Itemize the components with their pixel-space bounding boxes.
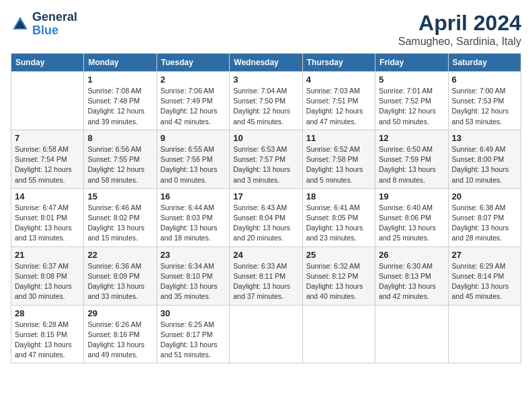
day-info: Sunrise: 6:33 AMSunset: 8:11 PMDaylight:… bbox=[233, 261, 298, 302]
calendar-cell: 2Sunrise: 7:06 AMSunset: 7:49 PMDaylight… bbox=[157, 72, 229, 130]
day-info: Sunrise: 6:38 AMSunset: 8:07 PMDaylight:… bbox=[452, 203, 517, 244]
calendar-cell: 3Sunrise: 7:04 AMSunset: 7:50 PMDaylight… bbox=[230, 72, 302, 130]
day-number: 23 bbox=[161, 250, 226, 260]
calendar-cell: 28Sunrise: 6:28 AMSunset: 8:15 PMDayligh… bbox=[11, 305, 84, 363]
day-info: Sunrise: 7:08 AMSunset: 7:48 PMDaylight:… bbox=[87, 86, 152, 127]
day-info: Sunrise: 6:29 AMSunset: 8:14 PMDaylight:… bbox=[452, 261, 517, 302]
page-header: General Blue April 2024 Samugheo, Sardin… bbox=[11, 11, 521, 48]
header-thursday: Thursday bbox=[302, 54, 375, 72]
day-number: 28 bbox=[15, 308, 80, 318]
calendar-cell: 15Sunrise: 6:46 AMSunset: 8:02 PMDayligh… bbox=[84, 188, 157, 246]
calendar-cell: 19Sunrise: 6:40 AMSunset: 8:06 PMDayligh… bbox=[375, 188, 448, 246]
day-info: Sunrise: 6:26 AMSunset: 8:16 PMDaylight:… bbox=[87, 320, 152, 361]
day-info: Sunrise: 6:32 AMSunset: 8:12 PMDaylight:… bbox=[306, 261, 371, 302]
day-number: 27 bbox=[452, 250, 517, 260]
day-info: Sunrise: 6:30 AMSunset: 8:13 PMDaylight:… bbox=[379, 261, 444, 302]
calendar-cell bbox=[11, 72, 84, 130]
day-info: Sunrise: 6:41 AMSunset: 8:05 PMDaylight:… bbox=[306, 203, 371, 244]
day-number: 1 bbox=[87, 75, 152, 85]
calendar-cell: 5Sunrise: 7:01 AMSunset: 7:52 PMDaylight… bbox=[375, 72, 448, 130]
calendar-header-row: SundayMondayTuesdayWednesdayThursdayFrid… bbox=[11, 54, 521, 72]
day-info: Sunrise: 6:47 AMSunset: 8:01 PMDaylight:… bbox=[15, 203, 80, 244]
calendar-cell: 14Sunrise: 6:47 AMSunset: 8:01 PMDayligh… bbox=[11, 188, 84, 246]
day-info: Sunrise: 6:52 AMSunset: 7:58 PMDaylight:… bbox=[306, 144, 371, 185]
day-number: 10 bbox=[233, 133, 298, 143]
calendar-cell bbox=[375, 305, 448, 363]
header-tuesday: Tuesday bbox=[157, 54, 229, 72]
calendar-week-row: 7Sunrise: 6:58 AMSunset: 7:54 PMDaylight… bbox=[11, 130, 521, 188]
calendar-cell: 17Sunrise: 6:43 AMSunset: 8:04 PMDayligh… bbox=[230, 188, 302, 246]
calendar-cell: 1Sunrise: 7:08 AMSunset: 7:48 PMDaylight… bbox=[84, 72, 157, 130]
day-number: 21 bbox=[15, 250, 80, 260]
day-number: 3 bbox=[233, 75, 298, 85]
calendar-cell: 6Sunrise: 7:00 AMSunset: 7:53 PMDaylight… bbox=[448, 72, 521, 130]
day-number: 6 bbox=[452, 75, 517, 85]
day-info: Sunrise: 6:46 AMSunset: 8:02 PMDaylight:… bbox=[87, 203, 152, 244]
logo-icon bbox=[11, 15, 30, 34]
day-number: 17 bbox=[233, 191, 298, 201]
header-sunday: Sunday bbox=[11, 54, 84, 72]
calendar-cell: 4Sunrise: 7:03 AMSunset: 7:51 PMDaylight… bbox=[302, 72, 375, 130]
day-info: Sunrise: 6:43 AMSunset: 8:04 PMDaylight:… bbox=[233, 203, 298, 244]
calendar-cell: 8Sunrise: 6:56 AMSunset: 7:55 PMDaylight… bbox=[84, 130, 157, 188]
header-friday: Friday bbox=[375, 54, 448, 72]
day-info: Sunrise: 7:04 AMSunset: 7:50 PMDaylight:… bbox=[233, 86, 298, 127]
day-number: 13 bbox=[452, 133, 517, 143]
logo: General Blue bbox=[11, 11, 77, 38]
logo-text-blue: Blue bbox=[32, 24, 77, 38]
calendar-cell: 27Sunrise: 6:29 AMSunset: 8:14 PMDayligh… bbox=[448, 246, 521, 305]
day-number: 2 bbox=[161, 75, 226, 85]
calendar-week-row: 21Sunrise: 6:37 AMSunset: 8:08 PMDayligh… bbox=[11, 246, 521, 305]
calendar-cell: 9Sunrise: 6:55 AMSunset: 7:56 PMDaylight… bbox=[157, 130, 229, 188]
calendar-cell: 25Sunrise: 6:32 AMSunset: 8:12 PMDayligh… bbox=[302, 246, 375, 305]
header-wednesday: Wednesday bbox=[230, 54, 302, 72]
day-number: 5 bbox=[379, 75, 444, 85]
day-info: Sunrise: 6:25 AMSunset: 8:17 PMDaylight:… bbox=[161, 320, 226, 361]
day-info: Sunrise: 6:28 AMSunset: 8:15 PMDaylight:… bbox=[15, 320, 80, 361]
day-number: 24 bbox=[233, 250, 298, 260]
day-number: 8 bbox=[87, 133, 152, 143]
day-number: 4 bbox=[306, 75, 371, 85]
calendar-cell: 18Sunrise: 6:41 AMSunset: 8:05 PMDayligh… bbox=[302, 188, 375, 246]
calendar-cell: 20Sunrise: 6:38 AMSunset: 8:07 PMDayligh… bbox=[448, 188, 521, 246]
day-info: Sunrise: 6:53 AMSunset: 7:57 PMDaylight:… bbox=[233, 144, 298, 185]
day-number: 30 bbox=[161, 308, 226, 318]
day-number: 15 bbox=[87, 191, 152, 201]
month-title: April 2024 bbox=[398, 11, 521, 36]
day-info: Sunrise: 6:36 AMSunset: 8:09 PMDaylight:… bbox=[87, 261, 152, 302]
day-number: 14 bbox=[15, 191, 80, 201]
calendar-cell: 26Sunrise: 6:30 AMSunset: 8:13 PMDayligh… bbox=[375, 246, 448, 305]
day-number: 7 bbox=[15, 133, 80, 143]
calendar-cell: 10Sunrise: 6:53 AMSunset: 7:57 PMDayligh… bbox=[230, 130, 302, 188]
day-info: Sunrise: 7:00 AMSunset: 7:53 PMDaylight:… bbox=[452, 86, 517, 127]
calendar-cell: 7Sunrise: 6:58 AMSunset: 7:54 PMDaylight… bbox=[11, 130, 84, 188]
day-info: Sunrise: 7:06 AMSunset: 7:49 PMDaylight:… bbox=[161, 86, 226, 127]
calendar-table: SundayMondayTuesdayWednesdayThursdayFrid… bbox=[11, 53, 521, 363]
day-info: Sunrise: 6:34 AMSunset: 8:10 PMDaylight:… bbox=[161, 261, 226, 302]
calendar-cell: 30Sunrise: 6:25 AMSunset: 8:17 PMDayligh… bbox=[157, 305, 229, 363]
day-number: 9 bbox=[161, 133, 226, 143]
calendar-cell: 24Sunrise: 6:33 AMSunset: 8:11 PMDayligh… bbox=[230, 246, 302, 305]
calendar-cell: 29Sunrise: 6:26 AMSunset: 8:16 PMDayligh… bbox=[84, 305, 157, 363]
day-info: Sunrise: 7:01 AMSunset: 7:52 PMDaylight:… bbox=[379, 86, 444, 127]
day-number: 19 bbox=[379, 191, 444, 201]
calendar-week-row: 28Sunrise: 6:28 AMSunset: 8:15 PMDayligh… bbox=[11, 305, 521, 363]
day-number: 18 bbox=[306, 191, 371, 201]
calendar-cell bbox=[230, 305, 302, 363]
day-number: 20 bbox=[452, 191, 517, 201]
day-number: 12 bbox=[379, 133, 444, 143]
calendar-cell: 11Sunrise: 6:52 AMSunset: 7:58 PMDayligh… bbox=[302, 130, 375, 188]
calendar-cell: 16Sunrise: 6:44 AMSunset: 8:03 PMDayligh… bbox=[157, 188, 229, 246]
calendar-cell bbox=[448, 305, 521, 363]
calendar-cell bbox=[302, 305, 375, 363]
day-info: Sunrise: 6:44 AMSunset: 8:03 PMDaylight:… bbox=[161, 203, 226, 244]
day-number: 22 bbox=[87, 250, 152, 260]
day-number: 26 bbox=[379, 250, 444, 260]
calendar-week-row: 1Sunrise: 7:08 AMSunset: 7:48 PMDaylight… bbox=[11, 72, 521, 130]
day-info: Sunrise: 6:49 AMSunset: 8:00 PMDaylight:… bbox=[452, 144, 517, 185]
calendar-cell: 21Sunrise: 6:37 AMSunset: 8:08 PMDayligh… bbox=[11, 246, 84, 305]
calendar-cell: 23Sunrise: 6:34 AMSunset: 8:10 PMDayligh… bbox=[157, 246, 229, 305]
day-number: 25 bbox=[306, 250, 371, 260]
day-info: Sunrise: 6:37 AMSunset: 8:08 PMDaylight:… bbox=[15, 261, 80, 302]
logo-text-general: General bbox=[32, 11, 77, 24]
